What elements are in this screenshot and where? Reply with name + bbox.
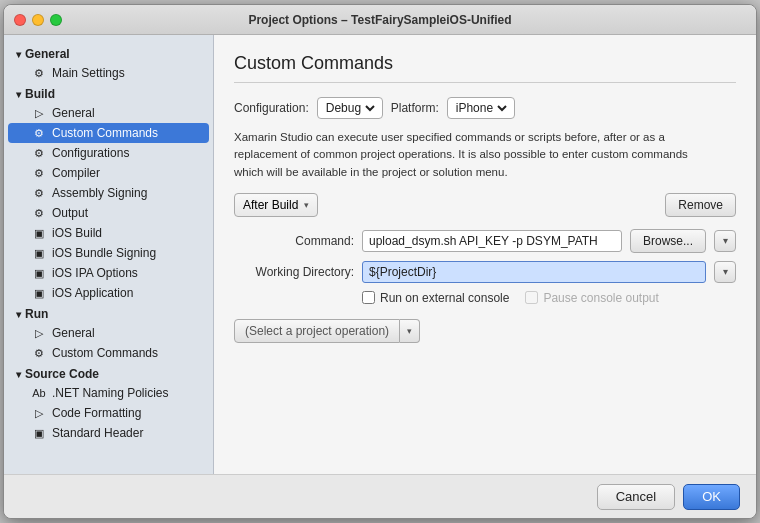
description-text: Xamarin Studio can execute user specifie… <box>234 129 714 181</box>
working-dir-label: Working Directory: <box>234 265 354 279</box>
pause-console-checkbox[interactable] <box>525 291 538 304</box>
sidebar-item-ios-application[interactable]: ▣ iOS Application <box>4 283 213 303</box>
sidebar-section-general[interactable]: ▾ General <box>4 43 213 63</box>
main-window: Project Options – TestFairySampleiOS-Uni… <box>3 4 757 519</box>
sidebar-section-run[interactable]: ▾ Run <box>4 303 213 323</box>
after-build-row: After Build ▾ Remove <box>234 193 736 217</box>
working-dir-input[interactable] <box>362 261 706 283</box>
browse-button[interactable]: Browse... <box>630 229 706 253</box>
configuration-select[interactable]: Debug <box>317 97 383 119</box>
sidebar-item-output[interactable]: ⚙ Output <box>4 203 213 223</box>
std-header-icon: ▣ <box>32 427 46 440</box>
platform-label: Platform: <box>391 101 439 115</box>
cancel-button[interactable]: Cancel <box>597 484 675 510</box>
config-platform-row: Configuration: Debug Platform: iPhone <box>234 97 736 119</box>
configuration-dropdown[interactable]: Debug <box>322 100 378 116</box>
assembly-signing-icon: ⚙ <box>32 187 46 200</box>
pause-console-checkbox-item: Pause console output <box>525 291 658 305</box>
ok-button[interactable]: OK <box>683 484 740 510</box>
sidebar-item-build-general[interactable]: ▷ General <box>4 103 213 123</box>
code-format-icon: ▷ <box>32 407 46 420</box>
compiler-icon: ⚙ <box>32 167 46 180</box>
sidebar-item-run-general[interactable]: ▷ General <box>4 323 213 343</box>
traffic-lights <box>14 14 62 26</box>
sidebar-source-label: Source Code <box>25 367 99 381</box>
content-area: ▾ General ⚙ Main Settings ▾ Build ▷ Gene… <box>4 35 756 474</box>
sidebar-item-custom-commands[interactable]: ⚙ Custom Commands <box>8 123 209 143</box>
maximize-button[interactable] <box>50 14 62 26</box>
command-row: Command: Browse... ▾ <box>234 229 736 253</box>
sidebar-item-ios-build[interactable]: ▣ iOS Build <box>4 223 213 243</box>
sidebar-item-naming[interactable]: Ab .NET Naming Policies <box>4 383 213 403</box>
footer: Cancel OK <box>4 474 756 518</box>
sidebar-section-build[interactable]: ▾ Build <box>4 83 213 103</box>
panel-title: Custom Commands <box>234 53 736 83</box>
titlebar: Project Options – TestFairySampleiOS-Uni… <box>4 5 756 35</box>
configurations-icon: ⚙ <box>32 147 46 160</box>
sidebar-general-label: General <box>25 47 70 61</box>
sidebar-item-ios-bundle[interactable]: ▣ iOS Bundle Signing <box>4 243 213 263</box>
command-input[interactable] <box>362 230 622 252</box>
sidebar-section-source[interactable]: ▾ Source Code <box>4 363 213 383</box>
run-external-checkbox-item: Run on external console <box>362 291 509 305</box>
window-title: Project Options – TestFairySampleiOS-Uni… <box>248 13 511 27</box>
sidebar-item-run-custom[interactable]: ⚙ Custom Commands <box>4 343 213 363</box>
run-general-icon: ▷ <box>32 327 46 340</box>
sidebar-item-ios-ipa[interactable]: ▣ iOS IPA Options <box>4 263 213 283</box>
project-op-button[interactable]: (Select a project operation) <box>234 319 400 343</box>
run-external-checkbox[interactable] <box>362 291 375 304</box>
close-button[interactable] <box>14 14 26 26</box>
sidebar-item-code-formatting[interactable]: ▷ Code Formatting <box>4 403 213 423</box>
ios-ipa-icon: ▣ <box>32 267 46 280</box>
sidebar-item-assembly-signing[interactable]: ⚙ Assembly Signing <box>4 183 213 203</box>
run-custom-icon: ⚙ <box>32 347 46 360</box>
build-general-icon: ▷ <box>32 107 46 120</box>
working-dir-dropdown-btn[interactable]: ▾ <box>714 261 736 283</box>
minimize-button[interactable] <box>32 14 44 26</box>
ios-bundle-icon: ▣ <box>32 247 46 260</box>
main-content: Custom Commands Configuration: Debug Pla… <box>214 35 756 474</box>
ios-build-icon: ▣ <box>32 227 46 240</box>
platform-dropdown[interactable]: iPhone <box>452 100 510 116</box>
build-arrow-icon: ▾ <box>16 89 21 100</box>
working-dir-row: Working Directory: ▾ <box>234 261 736 283</box>
source-arrow-icon: ▾ <box>16 369 21 380</box>
command-dropdown-btn[interactable]: ▾ <box>714 230 736 252</box>
command-label: Command: <box>234 234 354 248</box>
after-build-arrow-icon: ▾ <box>304 200 309 210</box>
naming-icon: Ab <box>32 387 46 399</box>
settings-icon: ⚙ <box>32 67 46 80</box>
sidebar-item-main-settings[interactable]: ⚙ Main Settings <box>4 63 213 83</box>
sidebar-item-standard-header[interactable]: ▣ Standard Header <box>4 423 213 443</box>
platform-select[interactable]: iPhone <box>447 97 515 119</box>
custom-commands-icon: ⚙ <box>32 127 46 140</box>
pause-console-label: Pause console output <box>543 291 658 305</box>
project-op-arrow-btn[interactable]: ▾ <box>400 319 420 343</box>
remove-button[interactable]: Remove <box>665 193 736 217</box>
output-icon: ⚙ <box>32 207 46 220</box>
config-label: Configuration: <box>234 101 309 115</box>
console-options-row: Run on external console Pause console ou… <box>362 291 736 305</box>
sidebar-item-configurations[interactable]: ⚙ Configurations <box>4 143 213 163</box>
sidebar-build-label: Build <box>25 87 55 101</box>
ios-app-icon: ▣ <box>32 287 46 300</box>
run-arrow-icon: ▾ <box>16 309 21 320</box>
sidebar-run-label: Run <box>25 307 48 321</box>
general-arrow-icon: ▾ <box>16 49 21 60</box>
sidebar-item-compiler[interactable]: ⚙ Compiler <box>4 163 213 183</box>
after-build-dropdown[interactable]: After Build ▾ <box>234 193 318 217</box>
run-external-label: Run on external console <box>380 291 509 305</box>
project-op-row: (Select a project operation) ▾ <box>234 319 736 343</box>
sidebar: ▾ General ⚙ Main Settings ▾ Build ▷ Gene… <box>4 35 214 474</box>
